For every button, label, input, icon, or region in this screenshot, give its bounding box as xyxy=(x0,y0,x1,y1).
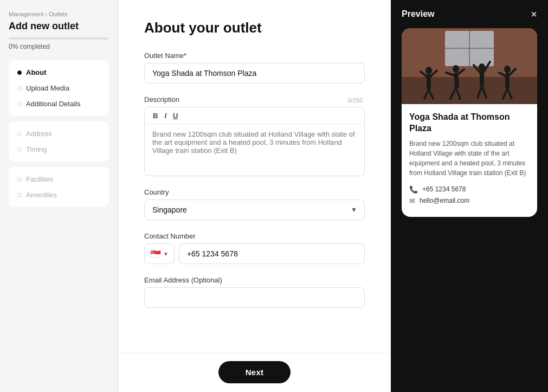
outlet-name-group: Outlet Name* xyxy=(144,52,365,83)
sidebar-item-timing[interactable]: Timing xyxy=(15,142,102,157)
country-select-wrapper: Singapore Malaysia Indonesia Thailand ▼ xyxy=(144,200,365,220)
breadcrumb-parent: Management xyxy=(9,11,43,17)
outlet-name-input[interactable] xyxy=(144,63,365,83)
nav-section-about: About Upload Media Additional Details xyxy=(9,60,109,116)
preview-outlet-name: Yoga Shada at Thomson Plaza xyxy=(409,112,530,134)
sidebar-item-upload-media-label: Upload Media xyxy=(26,84,69,92)
sidebar-item-facilities-label: Facilities xyxy=(26,175,54,183)
page-title: Add new outlet xyxy=(9,21,109,32)
svg-rect-5 xyxy=(402,77,537,104)
flag-select-button[interactable]: 🇸🇬 ▼ xyxy=(144,243,175,264)
outlet-name-label: Outlet Name* xyxy=(144,52,365,60)
breadcrumb: Management › Outlets xyxy=(9,11,109,17)
description-container: B I U xyxy=(144,107,365,176)
sidebar-item-timing-label: Timing xyxy=(26,145,47,153)
flag-chevron-icon: ▼ xyxy=(163,251,169,257)
country-group: Country Singapore Malaysia Indonesia Tha… xyxy=(144,188,365,220)
description-label: Description xyxy=(144,95,179,104)
sidebar-item-additional-details[interactable]: Additional Details xyxy=(15,96,102,112)
nav-section-extras: Facilities Amenities xyxy=(9,167,109,207)
sidebar-item-amenities-label: Amenities xyxy=(26,191,57,199)
nav-dot-timing xyxy=(17,147,22,152)
preview-panel: Preview × xyxy=(391,0,548,392)
nav-section-location: Address Timing xyxy=(9,121,109,162)
breadcrumb-separator: › xyxy=(45,11,47,17)
bottom-bar: Next xyxy=(118,352,391,392)
sidebar-item-amenities[interactable]: Amenities xyxy=(15,187,102,203)
preview-header: Preview × xyxy=(391,0,548,28)
phone-icon: 📞 xyxy=(409,185,418,194)
email-icon: ✉ xyxy=(409,197,415,205)
sidebar-item-address-label: Address xyxy=(26,130,52,138)
nav-dot-additional-details xyxy=(17,102,22,106)
nav-dot-address xyxy=(17,132,22,136)
sidebar-item-about[interactable]: About xyxy=(15,65,102,80)
description-group: Description 0/250 B I U xyxy=(144,95,365,176)
email-group: Email Address (Optional) xyxy=(144,276,365,308)
email-label: Email Address (Optional) xyxy=(144,276,365,284)
italic-button[interactable]: I xyxy=(162,111,169,121)
bold-button[interactable]: B xyxy=(150,111,160,121)
preview-card-body: Yoga Shada at Thomson Plaza Brand new 12… xyxy=(402,104,537,217)
sidebar-item-about-label: About xyxy=(26,68,47,76)
close-button[interactable]: × xyxy=(531,9,537,20)
progress-bar-container xyxy=(9,37,109,40)
form-title: About your outlet xyxy=(144,20,365,36)
contact-row: 🇸🇬 ▼ xyxy=(144,243,365,264)
nav-dot-about xyxy=(17,70,22,75)
country-label: Country xyxy=(144,188,365,196)
description-char-count: 0/250 xyxy=(347,97,365,104)
email-input[interactable] xyxy=(144,287,365,308)
sidebar-item-upload-media[interactable]: Upload Media xyxy=(15,80,102,96)
contact-label: Contact Number xyxy=(144,232,365,240)
preview-card: Yoga Shada at Thomson Plaza Brand new 12… xyxy=(402,28,537,217)
breadcrumb-current: Outlets xyxy=(49,11,68,17)
preview-image xyxy=(402,28,537,104)
preview-phone-row: 📞 +65 1234 5678 xyxy=(409,185,530,194)
sidebar-item-facilities[interactable]: Facilities xyxy=(15,171,102,187)
preview-email-row: ✉ hello@email.com xyxy=(409,197,530,205)
preview-title: Preview xyxy=(402,9,434,19)
nav-dot-upload-media xyxy=(17,86,22,91)
svg-point-12 xyxy=(453,65,459,73)
desc-toolbar: B I U xyxy=(145,107,364,125)
sidebar-item-address[interactable]: Address xyxy=(15,126,102,142)
sidebar: Management › Outlets Add new outlet 0% c… xyxy=(0,0,118,392)
description-textarea[interactable] xyxy=(145,125,364,173)
preview-phone: +65 1234 5678 xyxy=(422,185,466,193)
svg-point-24 xyxy=(504,66,511,73)
form-area: About your outlet Outlet Name* Descripti… xyxy=(118,0,391,363)
next-button[interactable]: Next xyxy=(218,361,291,383)
progress-label: 0% completed xyxy=(9,43,109,50)
preview-description: Brand new 1200sqm club situated at Holla… xyxy=(409,139,530,178)
flag-icon: 🇸🇬 xyxy=(150,249,161,259)
nav-dot-amenities xyxy=(17,193,22,197)
nav-dot-facilities xyxy=(17,177,22,182)
contact-input[interactable] xyxy=(179,243,365,264)
contact-number-group: Contact Number 🇸🇬 ▼ xyxy=(144,232,365,264)
country-select[interactable]: Singapore Malaysia Indonesia Thailand xyxy=(144,200,365,220)
svg-point-6 xyxy=(425,67,432,74)
sidebar-item-additional-details-label: Additional Details xyxy=(26,100,80,108)
preview-email: hello@email.com xyxy=(420,197,469,204)
main-content: About your outlet Outlet Name* Descripti… xyxy=(118,0,391,392)
underline-button[interactable]: U xyxy=(170,111,180,121)
